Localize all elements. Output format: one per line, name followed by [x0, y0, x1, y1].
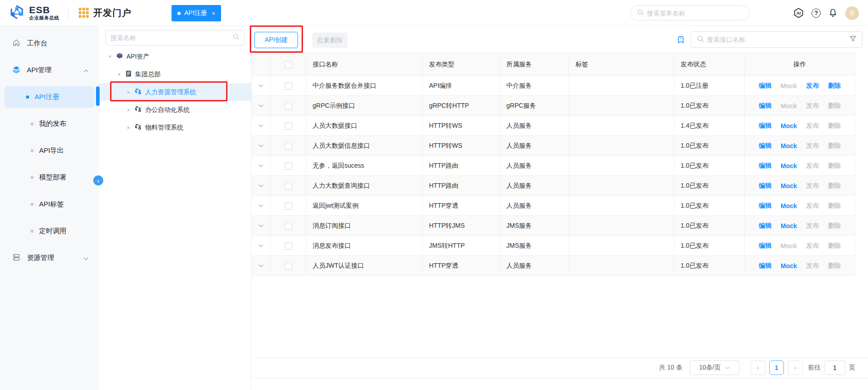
sidebar-item-api-register[interactable]: API注册 [5, 86, 94, 108]
caret-down-icon[interactable]: ▾ [116, 71, 122, 77]
sidebar-collapse-button[interactable]: ‹ [93, 175, 103, 185]
tree-search-input[interactable] [111, 34, 232, 41]
next-page-button[interactable]: › [788, 360, 802, 375]
row-checkbox[interactable] [285, 262, 292, 270]
publish-link[interactable]: 发布 [806, 242, 819, 250]
row-expand-chevron-icon[interactable] [258, 184, 263, 188]
row-expand-chevron-icon[interactable] [258, 244, 263, 248]
sidebar-item-api-management[interactable]: API管理 [0, 59, 99, 81]
edit-link[interactable]: 编辑 [759, 122, 772, 130]
delete-link[interactable]: 删除 [828, 122, 841, 130]
notification-bell-icon[interactable] [828, 8, 838, 18]
filter-funnel-icon[interactable] [849, 35, 857, 44]
row-checkbox[interactable] [285, 242, 292, 250]
mock-link[interactable]: Mock [781, 142, 797, 150]
publish-link[interactable]: 发布 [806, 82, 819, 90]
tab-api-register[interactable]: API注册 × [172, 5, 221, 21]
sidebar-item-api-export[interactable]: API导出 [5, 140, 94, 161]
mock-link[interactable]: Mock [781, 162, 797, 170]
edit-link[interactable]: 编辑 [759, 142, 772, 150]
delete-link[interactable]: 删除 [828, 162, 841, 170]
row-expand-chevron-icon[interactable] [258, 124, 263, 128]
menu-search-box[interactable] [630, 5, 750, 20]
tree-node-hr-system[interactable]: ▸ 人力资源管理系统 [99, 83, 251, 101]
row-checkbox[interactable] [285, 142, 292, 150]
current-page-button[interactable]: 1 [769, 360, 784, 375]
select-all-checkbox[interactable] [285, 61, 292, 68]
tag-icon[interactable] [676, 35, 686, 46]
delete-link[interactable]: 删除 [828, 202, 841, 210]
menu-search-input[interactable] [647, 10, 743, 17]
delete-link[interactable]: 删除 [828, 242, 841, 250]
row-expand-chevron-icon[interactable] [258, 224, 263, 228]
mock-link[interactable]: Mock [781, 202, 797, 210]
row-expand-chevron-icon[interactable] [258, 164, 263, 168]
sidebar-item-scheduled-call[interactable]: 定时调用 [5, 220, 94, 242]
publish-link[interactable]: 发布 [806, 102, 819, 110]
mock-link[interactable]: Mock [781, 82, 797, 90]
mock-link[interactable]: Mock [781, 242, 797, 250]
row-checkbox[interactable] [285, 102, 292, 110]
publish-link[interactable]: 发布 [806, 202, 819, 210]
delete-link[interactable]: 删除 [828, 82, 841, 90]
tree-search-box[interactable] [106, 30, 245, 45]
goto-page-input[interactable] [824, 360, 845, 375]
publish-link[interactable]: 发布 [806, 182, 819, 190]
caret-right-icon[interactable]: ▸ [126, 125, 131, 130]
row-expand-chevron-icon[interactable] [258, 104, 263, 108]
mock-link[interactable]: Mock [781, 222, 797, 230]
prev-page-button[interactable]: ‹ [751, 360, 765, 375]
row-checkbox[interactable] [285, 162, 292, 170]
tab-close-icon[interactable]: × [212, 10, 216, 17]
delete-link[interactable]: 删除 [828, 222, 841, 230]
user-avatar[interactable]: 管 [845, 6, 859, 20]
delete-link[interactable]: 删除 [828, 102, 841, 110]
edit-link[interactable]: 编辑 [759, 242, 772, 250]
mock-link[interactable]: Mock [781, 182, 797, 190]
edit-link[interactable]: 编辑 [759, 102, 772, 110]
interface-search-box[interactable] [691, 31, 863, 48]
row-checkbox[interactable] [285, 82, 292, 90]
batch-delete-button[interactable]: 批量删除 [313, 33, 347, 48]
caret-down-icon[interactable]: ▾ [107, 54, 113, 60]
mock-link[interactable]: Mock [781, 122, 797, 130]
row-checkbox[interactable] [285, 202, 292, 210]
publish-link[interactable]: 发布 [806, 162, 819, 170]
row-checkbox[interactable] [285, 222, 292, 230]
publish-link[interactable]: 发布 [806, 122, 819, 130]
edit-link[interactable]: 编辑 [759, 202, 772, 210]
row-checkbox[interactable] [285, 122, 292, 130]
row-expand-chevron-icon[interactable] [258, 264, 263, 268]
sidebar-item-api-tags[interactable]: API标签 [5, 193, 94, 215]
delete-link[interactable]: 删除 [828, 142, 841, 150]
edit-link[interactable]: 编辑 [759, 162, 772, 170]
edit-link[interactable]: 编辑 [759, 222, 772, 230]
sidebar-item-workbench[interactable]: 工作台 [0, 32, 99, 54]
sidebar-item-model-deploy[interactable]: 模型部署 [5, 166, 94, 188]
edit-link[interactable]: 编辑 [759, 182, 772, 190]
caret-right-icon[interactable]: ▸ [126, 89, 131, 95]
row-checkbox[interactable] [285, 182, 292, 190]
publish-link[interactable]: 发布 [806, 222, 819, 230]
publish-link[interactable]: 发布 [806, 262, 819, 270]
edit-link[interactable]: 编辑 [759, 262, 772, 270]
tree-node-group-hq[interactable]: ▾ 集团总部 [99, 65, 251, 83]
tree-node-api-assets[interactable]: ▾ API资产 [99, 48, 251, 65]
help-icon[interactable]: ? [812, 9, 821, 18]
delete-link[interactable]: 删除 [828, 262, 841, 270]
row-expand-chevron-icon[interactable] [258, 84, 263, 88]
sidebar-item-my-publish[interactable]: 我的发布 [5, 113, 94, 135]
tree-node-material-system[interactable]: ▸ 物料管理系统 [99, 119, 251, 136]
ai-assistant-icon[interactable]: AI [793, 8, 804, 18]
row-expand-chevron-icon[interactable] [258, 204, 263, 208]
sidebar-item-resource-management[interactable]: 资源管理 [0, 247, 99, 269]
mock-link[interactable]: Mock [781, 102, 797, 110]
publish-link[interactable]: 发布 [806, 142, 819, 150]
caret-right-icon[interactable]: ▸ [126, 107, 131, 113]
mock-link[interactable]: Mock [781, 262, 797, 270]
delete-link[interactable]: 删除 [828, 182, 841, 190]
page-size-select[interactable]: 10条/页 [690, 360, 740, 375]
interface-search-input[interactable] [707, 36, 847, 43]
api-create-button[interactable]: API创建 [254, 32, 298, 48]
edit-link[interactable]: 编辑 [759, 82, 772, 90]
